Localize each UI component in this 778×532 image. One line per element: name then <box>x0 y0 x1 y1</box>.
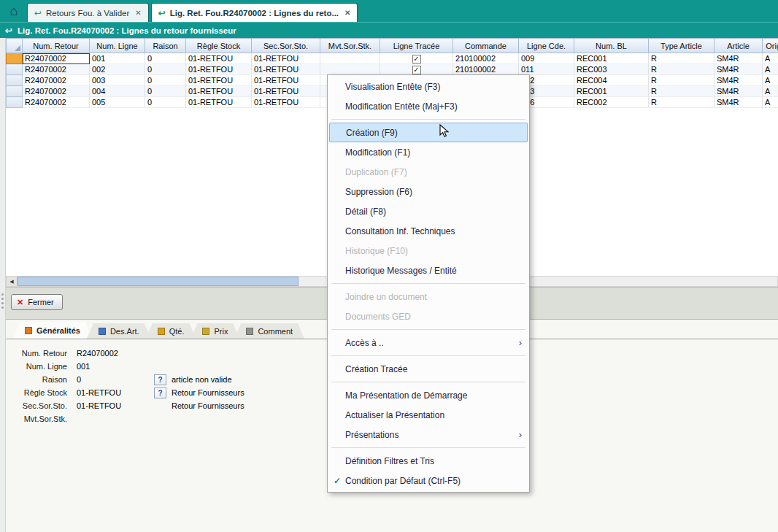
column-header-num-ligne[interactable]: Num. Ligne <box>90 39 145 53</box>
cell-origine[interactable]: A <box>763 64 778 75</box>
cell-num-bl[interactable]: REC003 <box>574 64 649 75</box>
menu-item-modification-entete-maj-f3[interactable]: Modification Entête (Maj+F3) <box>329 96 528 116</box>
cell-type-article[interactable]: R <box>649 86 715 97</box>
cell-raison[interactable]: 0 <box>145 97 186 108</box>
cell-type-article[interactable]: R <box>649 53 715 64</box>
menu-item-acces-a[interactable]: Accès à ..› <box>329 333 528 352</box>
cell-origine[interactable]: A <box>763 86 778 97</box>
column-header-ligne-cde[interactable]: Ligne Cde. <box>519 39 574 53</box>
cell-num-ligne[interactable]: 005 <box>90 97 145 108</box>
cell-num-retour[interactable]: R24070002 <box>23 97 90 108</box>
cell-origine[interactable]: A <box>763 75 778 86</box>
cell-sec-sor-sto[interactable]: 01-RETFOU <box>252 75 320 86</box>
scroll-left-button[interactable]: ◀ <box>7 277 18 286</box>
detail-tab-qte[interactable]: Qté. <box>146 323 196 339</box>
help-button[interactable]: ? <box>154 374 166 385</box>
menu-item-consultation-inf-techniques[interactable]: Consultation Inf. Techniques <box>329 221 528 241</box>
cell-num-ligne[interactable]: 001 <box>90 53 145 64</box>
cell-commande[interactable]: 210100002 <box>453 53 519 64</box>
menu-item-condition-par-defaut-ctrl-f5[interactable]: ✓Condition par Défaut (Ctrl-F5) <box>329 471 528 490</box>
detail-tab-prix[interactable]: Prix <box>190 323 239 339</box>
help-button[interactable]: ? <box>154 388 166 398</box>
cell-sec-sor-sto[interactable]: 01-RETFOU <box>252 64 320 75</box>
column-header-regle-stock[interactable]: Règle Stock <box>186 39 252 53</box>
cell-num-ligne[interactable]: 003 <box>90 75 145 86</box>
cell-article[interactable]: SM4R <box>715 97 763 108</box>
column-header-ligne-tracee[interactable]: Ligne Tracée <box>380 39 453 53</box>
menu-item-creation-f9[interactable]: Création (F9) <box>329 123 528 142</box>
detail-tab-comment[interactable]: Comment <box>234 323 304 339</box>
column-header-article[interactable]: Article <box>715 39 763 53</box>
home-button[interactable]: ⌂ <box>3 0 25 22</box>
cell-type-article[interactable]: R <box>649 97 715 108</box>
cell-raison[interactable]: 0 <box>145 75 186 86</box>
cell-article[interactable]: SM4R <box>715 53 763 64</box>
cell-mvt-sor-stk[interactable] <box>320 53 380 64</box>
menu-item-detail-f8[interactable]: Détail (F8) <box>329 201 528 221</box>
cell-raison[interactable]: 0 <box>145 86 186 97</box>
column-header-type-article[interactable]: Type Article <box>649 39 715 53</box>
cell-raison[interactable]: 0 <box>145 53 186 64</box>
menu-item-actualiser-la-presentation[interactable]: Actualiser la Présentation <box>329 405 528 425</box>
cell-regle-stock[interactable]: 01-RETFOU <box>186 64 252 75</box>
cell-sec-sor-sto[interactable]: 01-RETFOU <box>252 97 320 108</box>
cell-ligne-tracee[interactable]: ✓ <box>380 64 453 75</box>
cell-origine[interactable]: A <box>763 97 778 108</box>
select-all-corner[interactable] <box>7 39 23 53</box>
cell-article[interactable]: SM4R <box>715 64 763 75</box>
column-header-num-bl[interactable]: Num. BL <box>574 39 649 53</box>
cell-num-bl[interactable]: REC004 <box>574 75 649 86</box>
cell-ligne-cde[interactable]: 009 <box>519 53 574 64</box>
menu-item-definition-filtres-et-tris[interactable]: Définition Filtres et Tris <box>329 451 528 471</box>
left-splitter[interactable] <box>0 38 6 532</box>
menu-item-presentations[interactable]: Présentations› <box>329 425 528 444</box>
cell-num-bl[interactable]: REC001 <box>574 53 649 64</box>
cell-ligne-cde[interactable]: 011 <box>519 64 574 75</box>
cell-article[interactable]: SM4R <box>715 75 763 86</box>
tab-close-icon[interactable]: ✕ <box>135 9 141 17</box>
menu-item-ma-presentation-de-demarrage[interactable]: Ma Présentation de Démarrage <box>329 385 528 405</box>
cell-raison[interactable]: 0 <box>145 64 186 75</box>
cell-origine[interactable]: A <box>763 53 778 64</box>
column-header-raison[interactable]: Raison <box>145 39 186 53</box>
cell-num-bl[interactable]: REC002 <box>574 97 649 108</box>
row-selector[interactable] <box>7 86 23 97</box>
row-selector[interactable] <box>7 64 23 75</box>
detail-tab-des-art[interactable]: Des.Art. <box>87 323 151 339</box>
cell-type-article[interactable]: R <box>649 64 715 75</box>
menu-item-suppression-f6[interactable]: Suppression (F6) <box>329 182 528 201</box>
fermer-button[interactable]: ✕ Fermer <box>11 294 63 310</box>
cell-num-retour[interactable]: R24070002 <box>23 53 90 64</box>
cell-sec-sor-sto[interactable]: 01-RETFOU <box>252 53 320 64</box>
row-selector[interactable] <box>7 97 23 108</box>
cell-regle-stock[interactable]: 01-RETFOU <box>186 53 252 64</box>
menu-item-creation-tracee[interactable]: Création Tracée <box>329 359 528 379</box>
cell-regle-stock[interactable]: 01-RETFOU <box>186 97 252 108</box>
checkbox-checked[interactable]: ✓ <box>412 66 421 74</box>
cell-ligne-tracee[interactable]: ✓ <box>380 53 453 64</box>
column-header-sec-sor-sto[interactable]: Sec.Sor.Sto. <box>252 39 320 53</box>
cell-num-retour[interactable]: R24070002 <box>23 64 90 75</box>
cell-commande[interactable]: 210100002 <box>453 64 519 75</box>
menu-item-historique-messages-entite[interactable]: Historique Messages / Entité <box>329 261 528 280</box>
menu-item-visualisation-entete-f3[interactable]: Visualisation Entête (F3) <box>329 77 528 96</box>
cell-num-retour[interactable]: R24070002 <box>23 75 90 86</box>
row-selector[interactable] <box>7 75 23 86</box>
column-header-commande[interactable]: Commande <box>453 39 519 53</box>
cell-article[interactable]: SM4R <box>715 86 763 97</box>
cell-type-article[interactable]: R <box>649 75 715 86</box>
cell-regle-stock[interactable]: 01-RETFOU <box>186 75 252 86</box>
cell-mvt-sor-stk[interactable] <box>320 64 380 75</box>
cell-num-ligne[interactable]: 004 <box>90 86 145 97</box>
cell-num-retour[interactable]: R24070002 <box>23 86 90 97</box>
tab-retours-fou-a-valider[interactable]: ↩Retours Fou. à Valider✕ <box>27 3 149 22</box>
column-header-mvt-sor-stk[interactable]: Mvt.Sor.Stk. <box>320 39 380 53</box>
tab-lig-ret-fou-r24070002-lignes-du-reto[interactable]: ↩Lig. Ret. Fou.R24070002 : Lignes du ret… <box>151 3 358 22</box>
cell-regle-stock[interactable]: 01-RETFOU <box>186 86 252 97</box>
tab-close-icon[interactable]: ✕ <box>344 9 350 17</box>
cell-num-ligne[interactable]: 002 <box>90 64 145 75</box>
row-selector[interactable] <box>7 53 23 64</box>
cell-sec-sor-sto[interactable]: 01-RETFOU <box>252 86 320 97</box>
detail-tab-generalites[interactable]: Généralités <box>13 322 92 339</box>
column-header-num-retour[interactable]: Num. Retour <box>23 39 90 53</box>
